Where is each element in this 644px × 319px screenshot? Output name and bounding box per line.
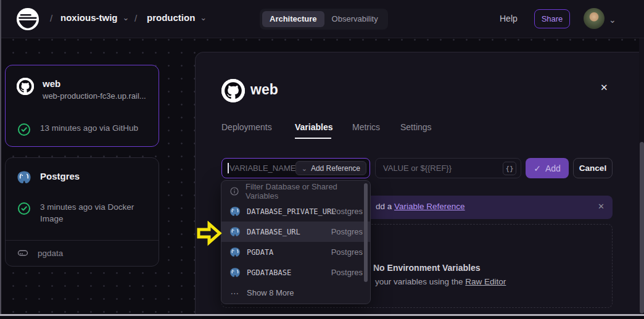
ellipsis-icon: ⋯ — [229, 288, 241, 298]
service-card-postgres[interactable]: Postgres 3 minutes ago via Docker Image … — [5, 157, 159, 267]
help-button[interactable]: Help — [500, 14, 518, 23]
user-menu-chevron-icon[interactable]: ⌄ — [609, 15, 616, 25]
postgres-icon — [229, 206, 241, 217]
dropdown-item-database-url[interactable]: DATABASE_URL Postgres — [221, 222, 370, 242]
environment-name: production — [147, 12, 195, 23]
variable-reference-banner: dd a Variable Reference ✕ — [346, 196, 613, 219]
variable-name-field: ⌄ Add Reference — [221, 158, 370, 178]
deploy-success-icon — [17, 122, 31, 137]
variable-reference-link[interactable]: Variable Reference — [394, 202, 465, 211]
info-icon — [229, 186, 239, 196]
dropdown-filter[interactable]: Filter Database or Shared Variables — [221, 181, 370, 201]
railway-dashboard: / noxious-twig ⌄ / production ⌄ Architec… — [0, 0, 644, 319]
check-icon: ✓ — [534, 164, 541, 173]
breadcrumb-separator: / — [134, 13, 137, 23]
tab-deployments[interactable]: Deployments — [221, 122, 272, 132]
panel-scrollbar-thumb[interactable] — [640, 142, 644, 313]
postgres-icon — [17, 170, 31, 185]
variable-reference-dropdown: Filter Database or Shared Variables DATA… — [221, 180, 371, 304]
add-variable-button[interactable]: ✓ Add — [526, 158, 569, 178]
deploy-status: 3 minutes ago via Docker Image — [40, 201, 146, 225]
service-name: Postgres — [40, 170, 80, 182]
deploy-success-icon — [17, 201, 31, 216]
add-reference-button[interactable]: ⌄ Add Reference — [295, 161, 366, 175]
service-domain[interactable]: web-production-fc3e.up.rail... — [43, 91, 146, 101]
window-frame-bottom — [0, 314, 644, 316]
project-name: noxious-twig — [60, 12, 118, 23]
dropdown-show-more[interactable]: ⋯ Show 8 More — [221, 283, 370, 303]
tab-metrics[interactable]: Metrics — [352, 122, 380, 132]
volume-row[interactable]: pgdata — [17, 247, 63, 259]
braces-icon[interactable]: {} — [503, 162, 516, 175]
project-switcher[interactable]: noxious-twig ⌄ — [60, 12, 129, 23]
volume-name: pgdata — [38, 249, 63, 258]
volume-icon — [17, 247, 29, 259]
railway-logo-icon[interactable] — [16, 7, 39, 31]
dropdown-item-database-private-url[interactable]: DATABASE_PRIVATE_URL Postgres — [221, 201, 370, 222]
share-button[interactable]: Share — [534, 9, 570, 28]
panel-title: web — [250, 81, 278, 98]
active-tab-underline — [295, 138, 331, 139]
window-frame-left — [0, 0, 1, 315]
view-switcher: Architecture Observability — [260, 9, 388, 30]
variable-value-input[interactable] — [376, 159, 521, 178]
banner-text: dd a — [376, 202, 394, 211]
github-icon — [221, 79, 245, 102]
breadcrumb-separator: / — [50, 13, 52, 23]
dropdown-item-pgdatabase[interactable]: PGDATABASE Postgres — [221, 262, 370, 283]
chevron-down-icon: ⌄ — [302, 165, 307, 172]
postgres-icon — [229, 247, 241, 258]
postgres-icon — [229, 226, 241, 238]
tab-variables[interactable]: Variables — [295, 122, 333, 132]
tab-architecture[interactable]: Architecture — [262, 11, 324, 27]
tab-settings[interactable]: Settings — [400, 122, 432, 132]
pointer-arrow-annotation — [196, 221, 222, 247]
variable-value-field: {} — [375, 158, 521, 178]
github-icon — [17, 78, 34, 95]
card-divider — [6, 240, 159, 241]
banner-close-icon[interactable]: ✕ — [598, 202, 605, 211]
topbar: / noxious-twig ⌄ / production ⌄ Architec… — [0, 0, 644, 38]
dropdown-scrollbar-thumb[interactable] — [364, 183, 368, 282]
environment-switcher[interactable]: production ⌄ — [147, 12, 207, 23]
cancel-button[interactable]: Cancel — [573, 158, 613, 178]
postgres-icon — [229, 267, 241, 278]
service-card-web[interactable]: web web-production-fc3e.up.rail... 13 mi… — [5, 65, 159, 147]
user-avatar[interactable] — [584, 8, 605, 29]
service-name: web — [43, 78, 146, 89]
chevron-down-icon: ⌄ — [123, 15, 130, 21]
tab-observability[interactable]: Observability — [324, 11, 386, 27]
panel-scrollbar-track[interactable] — [639, 38, 644, 314]
deploy-status: 13 minutes ago via GitHub — [40, 122, 138, 134]
text-caret — [228, 163, 229, 173]
close-icon[interactable]: ✕ — [600, 82, 608, 93]
dropdown-item-pgdata[interactable]: PGDATA Postgres — [221, 242, 370, 262]
chevron-down-icon: ⌄ — [200, 15, 207, 21]
